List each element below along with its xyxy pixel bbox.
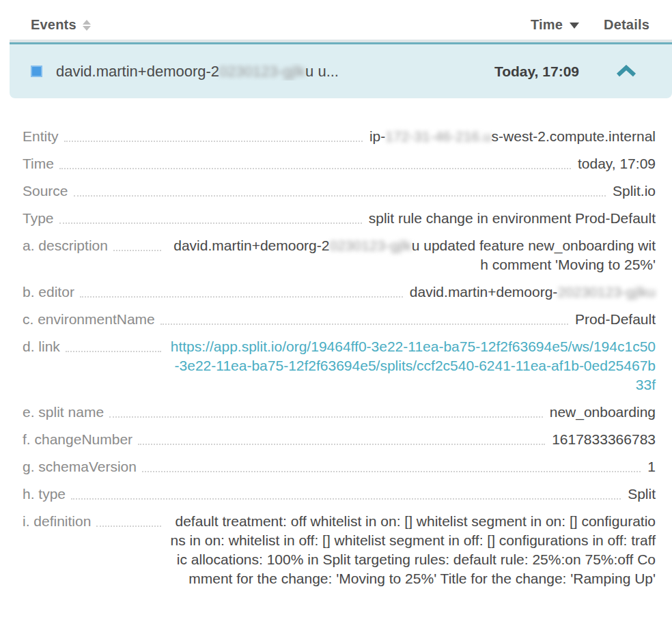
value-text: default treatment: off whitelist in on: … xyxy=(171,513,656,586)
events-table-header: Events Time Details xyxy=(0,0,672,42)
detail-row-type: Type split rule change in environment Pr… xyxy=(23,209,656,228)
value-prefix: ip- xyxy=(369,128,385,144)
detail-value: Split.io xyxy=(613,182,656,201)
detail-value: david.martin+demoorg-20230123-gjlku upda… xyxy=(168,236,656,274)
event-details-panel: Entity ip-172-31-46-216.us-west-2.comput… xyxy=(0,127,672,588)
event-title-prefix: david.martin+demoorg-2 xyxy=(56,63,219,80)
value-text: new_onboarding xyxy=(550,404,656,420)
dotted-leader xyxy=(59,209,362,224)
event-time: Today, 17:09 xyxy=(494,63,579,80)
detail-row-description: a. description david.martin+demoorg-2023… xyxy=(23,236,656,274)
dotted-leader xyxy=(113,236,161,251)
detail-label: h. type xyxy=(23,485,66,504)
time-column-header[interactable]: Time xyxy=(531,17,579,33)
detail-label: i. definition xyxy=(23,512,91,531)
detail-row-link: d. link https://app.split.io/org/19464ff… xyxy=(23,337,656,394)
value-text: 1 xyxy=(647,459,656,474)
value-redacted: 20230123-gjlku xyxy=(557,284,656,300)
dotted-leader xyxy=(64,127,363,142)
value-text: Split xyxy=(628,486,656,502)
value-text: Split.io xyxy=(613,183,656,199)
detail-row-editor: b. editor david.martin+demoorg-20230123-… xyxy=(23,283,656,302)
detail-row-schema-version: g. schemaVersion 1 xyxy=(23,457,656,476)
chevron-up-icon xyxy=(615,65,638,78)
detail-label: Source xyxy=(23,182,68,201)
details-column-label: Details xyxy=(604,17,649,33)
detail-label: g. schemaVersion xyxy=(23,457,137,476)
dotted-leader xyxy=(74,182,606,197)
detail-row-environment-name: c. environmentName Prod-Default xyxy=(23,310,656,329)
value-text: 1617833366783 xyxy=(552,431,656,447)
dotted-leader xyxy=(160,310,568,325)
dotted-leader xyxy=(66,337,161,352)
dotted-leader xyxy=(59,154,571,169)
value-text: Prod-Default xyxy=(575,311,656,327)
detail-label: a. description xyxy=(23,236,108,255)
detail-label: d. link xyxy=(23,337,60,356)
detail-value: split rule change in environment Prod-De… xyxy=(369,209,656,228)
detail-row-source: Source Split.io xyxy=(23,182,656,201)
dotted-leader xyxy=(71,485,621,500)
event-title-suffix: u u... xyxy=(305,63,339,80)
detail-value: Prod-Default xyxy=(575,310,656,329)
detail-value: new_onboarding xyxy=(550,403,656,422)
link-text: https://app.split.io/org/19464ff0-3e22-1… xyxy=(171,339,656,392)
detail-value: default treatment: off whitelist in on: … xyxy=(168,512,656,588)
detail-row-change-number: f. changeNumber 1617833366783 xyxy=(23,430,656,449)
event-title-redacted: 0230123-gjlk xyxy=(219,63,305,80)
header-right-group: Time Details xyxy=(531,17,649,33)
detail-row-type-split: h. type Split xyxy=(23,485,656,504)
value-suffix: u updated feature new_onboarding with co… xyxy=(412,238,656,272)
dotted-leader xyxy=(80,283,403,298)
detail-row-split-name: e. split name new_onboarding xyxy=(23,403,656,422)
dotted-leader xyxy=(142,457,641,472)
event-title: david.martin+demoorg-20230123-gjlku u... xyxy=(56,63,494,81)
sort-icon xyxy=(83,20,91,31)
detail-label: Type xyxy=(23,209,54,228)
sort-down-arrow-icon xyxy=(83,26,91,31)
collapse-button[interactable] xyxy=(615,65,638,78)
detail-label: b. editor xyxy=(23,283,74,302)
detail-label: Entity xyxy=(23,127,59,146)
value-prefix: david.martin+demoorg-2 xyxy=(173,238,329,253)
events-column-header[interactable]: Events xyxy=(31,17,91,33)
event-row[interactable]: david.martin+demoorg-20230123-gjlku u...… xyxy=(10,42,672,98)
detail-row-entity: Entity ip-172-31-46-216.us-west-2.comput… xyxy=(23,127,656,146)
detail-label: f. changeNumber xyxy=(23,430,132,449)
sort-descending-icon xyxy=(570,23,579,29)
detail-value: david.martin+demoorg-20230123-gjlku xyxy=(410,283,656,302)
detail-value: ip-172-31-46-216.us-west-2.compute.inter… xyxy=(369,127,656,146)
detail-label: e. split name xyxy=(23,403,104,422)
dotted-leader xyxy=(138,430,545,445)
detail-row-time: Time today, 17:09 xyxy=(23,154,656,173)
detail-row-definition: i. definition default treatment: off whi… xyxy=(23,512,656,588)
detail-value: 1617833366783 xyxy=(552,430,656,449)
value-suffix: s-west-2.compute.internal xyxy=(492,128,656,144)
detail-value: 1 xyxy=(647,457,656,476)
event-severity-square-icon xyxy=(31,66,42,77)
value-text: split rule change in environment Prod-De… xyxy=(369,210,656,226)
detail-label: c. environmentName xyxy=(23,310,155,329)
dotted-leader xyxy=(109,403,543,418)
dotted-leader xyxy=(96,512,161,527)
detail-label: Time xyxy=(23,154,54,173)
value-text: today, 17:09 xyxy=(578,156,656,171)
events-column-label: Events xyxy=(31,17,76,33)
value-prefix: david.martin+demoorg- xyxy=(410,284,558,300)
value-redacted: 0230123-gjlk xyxy=(329,238,411,253)
value-redacted: 172-31-46-216.u xyxy=(385,128,491,144)
sort-up-arrow-icon xyxy=(83,20,91,25)
event-link[interactable]: https://app.split.io/org/19464ff0-3e22-1… xyxy=(168,337,656,394)
detail-value: today, 17:09 xyxy=(578,154,656,173)
time-column-label: Time xyxy=(531,17,563,33)
detail-value: Split xyxy=(628,485,656,504)
